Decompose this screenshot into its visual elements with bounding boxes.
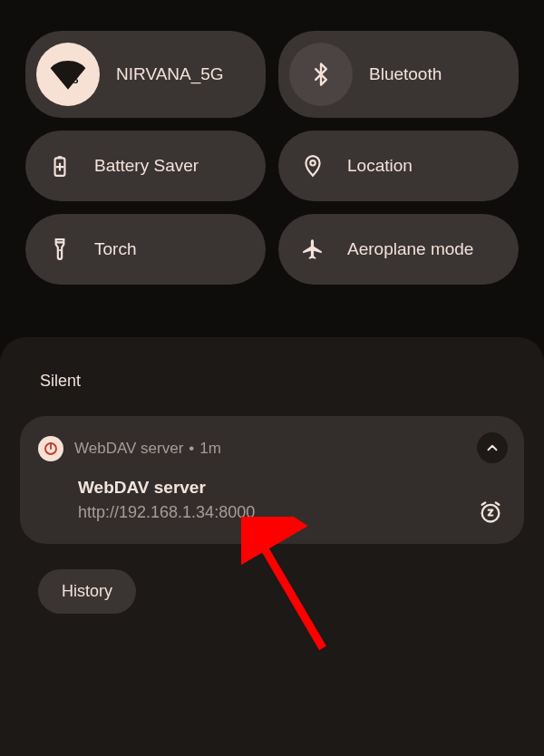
bluetooth-label: Bluetooth [369,64,442,84]
power-icon [38,436,63,461]
torch-label: Torch [94,239,136,259]
torch-tile[interactable]: Torch [25,214,266,285]
svg-text:5: 5 [73,73,79,85]
wifi-icon: 5 [36,43,100,106]
airplane-mode-tile[interactable]: Aeroplane mode [278,214,519,285]
battery-saver-label: Battery Saver [94,156,199,176]
notification-panel: Silent WebDAV server • 1m WebDAV server … [0,337,544,756]
flashlight-icon [42,231,78,267]
svg-point-3 [310,160,315,165]
battery-icon [42,148,78,184]
notification-section-label: Silent [40,372,524,391]
chevron-up-icon [484,440,500,456]
location-icon [295,148,331,184]
wifi-tile[interactable]: 5 NIRVANA_5G [25,31,266,118]
notification-app-name: WebDAV server [74,440,183,458]
svg-rect-2 [58,156,62,158]
notification-time: 1m [199,440,221,458]
notification-body: WebDAV server http://192.168.1.34:8000 [38,478,506,522]
snooze-button[interactable] [477,499,504,526]
notification-title: WebDAV server [78,478,506,498]
notification-card[interactable]: WebDAV server • 1m WebDAV server http://… [20,416,524,544]
history-button[interactable]: History [38,569,136,614]
history-label: History [62,582,112,600]
airplane-icon [295,231,331,267]
wifi-label: NIRVANA_5G [116,64,224,84]
svg-point-4 [59,249,61,251]
location-tile[interactable]: Location [278,131,519,201]
battery-saver-tile[interactable]: Battery Saver [25,131,266,201]
notification-text: http://192.168.1.34:8000 [78,503,506,522]
location-label: Location [347,156,413,176]
bluetooth-tile[interactable]: Bluetooth [278,31,519,118]
alarm-snooze-icon [478,499,503,525]
quick-settings-grid: 5 NIRVANA_5G Bluetooth Battery Saver Loc… [0,0,544,310]
collapse-button[interactable] [477,432,508,463]
bluetooth-icon [289,43,353,106]
notification-header: WebDAV server • 1m [38,436,506,461]
airplane-mode-label: Aeroplane mode [347,239,473,259]
notification-meta-separator: • [189,440,194,458]
